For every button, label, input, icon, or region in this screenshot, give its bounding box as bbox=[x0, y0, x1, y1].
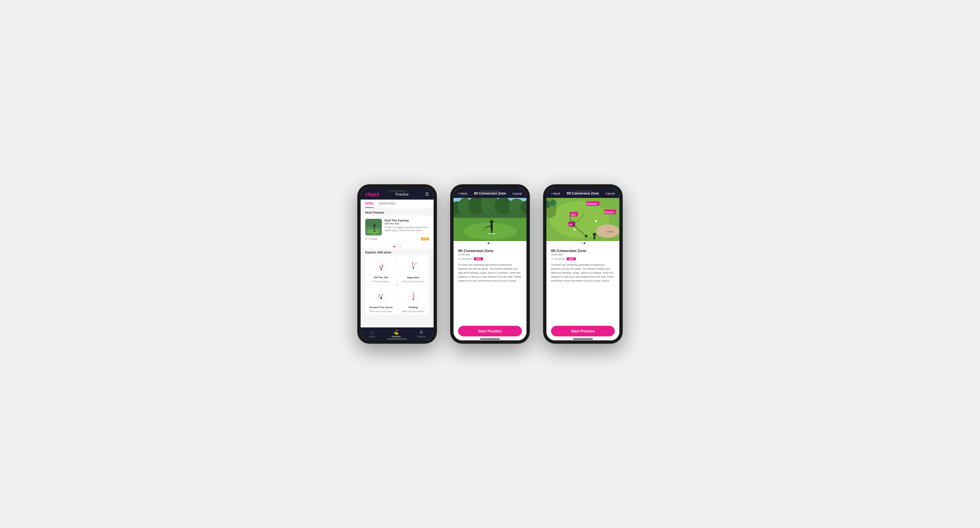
detail-drill-yds-2: 10-50 yds bbox=[458, 253, 493, 256]
drill-map-image-3: SAND FAIRWAY ROUGH Miss Hit bbox=[546, 198, 619, 241]
svg-point-47 bbox=[490, 220, 493, 223]
capture-icon: ⊕ bbox=[419, 329, 423, 335]
svg-point-3 bbox=[374, 225, 375, 227]
nav-capture[interactable]: ⊕ Capture bbox=[417, 329, 425, 338]
drill-thumb-img bbox=[365, 219, 382, 235]
svg-rect-74 bbox=[593, 236, 595, 239]
skill-card-ott[interactable]: Off The Tee Power accuracy bbox=[365, 255, 397, 285]
detail-content-2: 6ft Conversion Zone 10-50 yds ☆ ⏱ 20 sho… bbox=[453, 246, 527, 321]
phone-1-screen: clippd Practice ☰ Drills Favourites Most… bbox=[361, 188, 434, 340]
approach-icon-area bbox=[406, 259, 421, 274]
arg-badge-3: ARG bbox=[566, 257, 576, 260]
image-dot-3-2-active bbox=[584, 242, 585, 244]
svg-point-34 bbox=[412, 298, 414, 300]
most-popular-label: Most Popular bbox=[361, 208, 434, 215]
capture-label: Capture bbox=[417, 335, 425, 338]
phones-container: clippd Practice ☰ Drills Favourites Most… bbox=[357, 184, 623, 344]
phone-3: < Back 6ft Conversion Zone Cancel SAND bbox=[543, 184, 623, 344]
drill-thumb bbox=[365, 219, 382, 235]
detail-content-3: 6ft Conversion Zone 10-50 yds ☆ ⏱ 20 sho… bbox=[546, 246, 619, 321]
svg-point-76 bbox=[595, 220, 597, 222]
drill-info: Find The Fairway Off The Tee ☆ Create an… bbox=[385, 219, 429, 235]
phone-2: < Back 6ft Conversion Zone Cancel bbox=[450, 184, 530, 344]
atg-icon-area bbox=[373, 289, 389, 305]
phone-2-screen: < Back 6ft Conversion Zone Cancel bbox=[453, 188, 527, 340]
svg-rect-53 bbox=[489, 233, 491, 234]
svg-line-29 bbox=[380, 295, 381, 298]
cancel-button-3[interactable]: Cancel bbox=[605, 192, 615, 195]
dot-2 bbox=[396, 246, 398, 247]
skill-name-approach: Approach bbox=[407, 276, 419, 279]
drill-shots: ⏱ 10 shots bbox=[365, 238, 377, 240]
tab-favourites[interactable]: Favourites bbox=[379, 199, 396, 208]
svg-point-72 bbox=[585, 235, 587, 238]
svg-line-12 bbox=[380, 266, 381, 270]
svg-text:ROUGH: ROUGH bbox=[605, 211, 614, 214]
start-practice-button-2[interactable]: Start Practice bbox=[458, 326, 522, 337]
svg-point-27 bbox=[382, 294, 383, 295]
back-button-3[interactable]: < Back bbox=[551, 192, 560, 195]
ott-icon-area bbox=[373, 259, 389, 274]
home-label: Home bbox=[369, 335, 375, 338]
drill-meta: ⏱ 10 shots OTT bbox=[365, 238, 429, 241]
clock-icon-3: ⏱ bbox=[551, 257, 554, 260]
svg-point-20 bbox=[412, 262, 413, 263]
detail-desc-3: 20 shots are randomly generated at dista… bbox=[551, 263, 615, 283]
svg-point-21 bbox=[416, 263, 417, 264]
drill-desc: Create an imaginary fairway using trees … bbox=[385, 226, 429, 232]
skill-desc-ott: Power accuracy bbox=[373, 280, 390, 282]
tabs-row: Drills Favourites bbox=[361, 199, 434, 208]
skill-name-atg: Around The Green bbox=[369, 306, 393, 309]
skill-desc-putting: Make and lag practice bbox=[402, 310, 424, 313]
detail-title-2: 6ft Conversion Zone bbox=[474, 191, 506, 195]
arg-badge-2: ARG bbox=[474, 257, 483, 260]
favourite-icon[interactable]: ☆ bbox=[426, 219, 429, 222]
dot-3 bbox=[399, 246, 401, 247]
detail-bottom-3: Start Practice bbox=[546, 321, 619, 340]
detail-drill-header-3: 6ft Conversion Zone 10-50 yds ☆ bbox=[551, 249, 615, 256]
image-dot-2 bbox=[491, 242, 492, 244]
detail-shots-3: ⏱ 20 shots bbox=[551, 257, 565, 260]
ott-badge: OTT bbox=[421, 238, 429, 241]
nav-activities[interactable]: ⛳ Activities bbox=[391, 329, 401, 338]
favourite-icon-2[interactable]: ☆ bbox=[518, 249, 522, 254]
svg-line-30 bbox=[381, 295, 383, 298]
skill-desc-approach: Dial-in to hit the green bbox=[402, 280, 424, 282]
dots-row bbox=[361, 244, 434, 249]
svg-point-19 bbox=[412, 268, 414, 269]
explore-label: Explore skill areas bbox=[361, 249, 434, 255]
hamburger-icon[interactable]: ☰ bbox=[425, 192, 429, 196]
drill-title: Find The Fairway bbox=[385, 219, 409, 222]
detail-shots-row-2: ⏱ 20 shots ARG bbox=[458, 257, 522, 260]
dot-1 bbox=[393, 246, 395, 247]
image-dot-1-active bbox=[488, 242, 489, 244]
svg-rect-55 bbox=[491, 223, 493, 227]
image-dots-2 bbox=[453, 241, 527, 246]
tab-drills[interactable]: Drills bbox=[365, 199, 374, 208]
detail-drill-header-2: 6ft Conversion Zone 10-50 yds ☆ bbox=[458, 249, 522, 256]
svg-point-14 bbox=[382, 264, 383, 265]
detail-shots-row-3: ⏱ 20 shots ARG bbox=[551, 257, 615, 260]
start-practice-button-3[interactable]: Start Practice bbox=[551, 326, 615, 337]
favourite-icon-3[interactable]: ☆ bbox=[611, 249, 615, 254]
svg-point-11 bbox=[380, 269, 382, 270]
skill-card-approach[interactable]: Approach Dial-in to hit the green bbox=[398, 255, 429, 285]
svg-point-25 bbox=[380, 298, 382, 299]
featured-drill-card[interactable]: Find The Fairway Off The Tee ☆ Create an… bbox=[361, 215, 434, 244]
svg-point-73 bbox=[593, 233, 596, 236]
back-button-2[interactable]: < Back bbox=[458, 192, 468, 195]
activities-label: Activities bbox=[391, 335, 401, 338]
svg-point-35 bbox=[413, 293, 414, 294]
app-header: clippd Practice ☰ bbox=[361, 188, 434, 199]
skill-card-putting[interactable]: Putting Make and lag practice bbox=[398, 285, 429, 314]
app-logo: clippd bbox=[365, 191, 379, 197]
cancel-button-2[interactable]: Cancel bbox=[512, 192, 522, 195]
skill-card-atg[interactable]: Around The Green Hone your short game bbox=[365, 285, 397, 314]
image-dots-3 bbox=[546, 241, 619, 246]
detail-shots-2: ⏱ 20 shots bbox=[458, 257, 472, 260]
svg-point-62 bbox=[550, 199, 556, 206]
svg-point-75 bbox=[574, 228, 576, 230]
nav-home[interactable]: ⌂ Home bbox=[369, 329, 375, 338]
bottom-nav: ⌂ Home ⛳ Activities ⊕ Capture bbox=[361, 327, 434, 340]
drill-image-2 bbox=[453, 198, 527, 241]
